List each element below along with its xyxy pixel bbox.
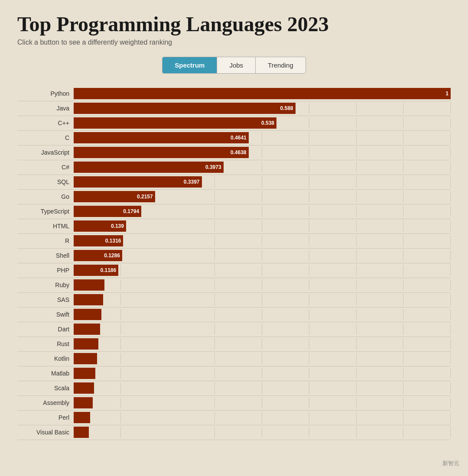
tab-trending[interactable]: Trending (256, 57, 306, 73)
chart-row: Swift (17, 308, 451, 322)
bar-value: 0.1316 (105, 238, 124, 244)
bar-container (74, 279, 451, 291)
chart-row: Dart (17, 322, 451, 337)
chart-row: Kotlin (17, 352, 451, 366)
bar: 0.4638 (74, 147, 249, 158)
bar-container (74, 427, 451, 438)
bar-container: 0.3397 (74, 176, 451, 188)
bar (74, 338, 98, 350)
bar-value: 0.139 (111, 223, 126, 229)
bar: 1 (74, 88, 451, 99)
bar-value: 0.588 (280, 105, 296, 111)
lang-label: Java (17, 105, 74, 112)
bar-container (74, 309, 451, 320)
chart-row: C#0.3973 (17, 160, 451, 175)
bar-value: 0.1794 (123, 208, 141, 214)
lang-label: Ruby (17, 282, 74, 288)
chart-row: Scala (17, 381, 451, 396)
bar (74, 427, 89, 438)
lang-label: Python (17, 90, 74, 97)
chart-row: TypeScript0.1794 (17, 204, 451, 219)
bar-container: 0.588 (74, 103, 451, 114)
bar-container (74, 353, 451, 364)
lang-label: Go (17, 193, 74, 200)
bar-container: 0.4641 (74, 132, 451, 143)
lang-label: C# (17, 164, 74, 171)
bar-value: 0.4641 (231, 135, 249, 141)
lang-label: Visual Basic (17, 429, 74, 436)
tab-container: SpectrumJobsTrending (162, 57, 306, 74)
bar-value: 0.1286 (104, 253, 122, 259)
bar-value: 0.3397 (184, 179, 202, 185)
chart-row: Python1 (17, 87, 451, 101)
bar (74, 294, 103, 305)
chart-row: Shell0.1286 (17, 249, 451, 263)
bar-value: 0.538 (261, 120, 276, 126)
lang-label: HTML (17, 223, 74, 230)
lang-label: SQL (17, 178, 74, 185)
bar-container: 0.2157 (74, 191, 451, 202)
bar-container (74, 397, 451, 408)
chart-row: Matlab (17, 366, 451, 381)
bar: 0.1794 (74, 206, 141, 217)
bar (74, 324, 100, 335)
lang-label: SAS (17, 296, 74, 303)
chart-row: HTML0.139 (17, 219, 451, 234)
lang-label: Assembly (17, 399, 74, 406)
bar-container: 0.1794 (74, 206, 451, 217)
bar (74, 397, 93, 408)
bar: 0.4641 (74, 132, 249, 143)
chart-row: Visual Basic (17, 425, 451, 440)
bar-container: 0.1186 (74, 265, 451, 276)
bar-container (74, 382, 451, 394)
chart-row: SQL0.3397 (17, 175, 451, 190)
bar-container (74, 294, 451, 305)
chart-row: Perl (17, 411, 451, 425)
lang-label: Dart (17, 326, 74, 333)
bar-container (74, 338, 451, 350)
bar-value: 0.1186 (100, 267, 118, 273)
bar (74, 279, 104, 291)
page-subtitle: Click a button to see a differently weig… (17, 39, 451, 46)
chart-row: PHP0.1186 (17, 263, 451, 278)
bar-container: 0.1316 (74, 235, 451, 246)
bar: 0.3397 (74, 176, 202, 188)
bar-value: 1 (445, 91, 451, 97)
chart-area: Python1Java0.588C++0.538C0.4641JavaScrip… (17, 87, 451, 440)
bar-container: 0.4638 (74, 147, 451, 158)
bar (74, 309, 101, 320)
bar (74, 368, 95, 379)
bar: 0.1186 (74, 265, 118, 276)
bar-container: 0.139 (74, 220, 451, 232)
chart-row: Java0.588 (17, 101, 451, 116)
lang-label: Perl (17, 414, 74, 421)
page-title: Top Programming Languages 2023 (17, 13, 451, 36)
tab-spectrum[interactable]: Spectrum (162, 57, 217, 73)
chart-row: JavaScript0.4638 (17, 146, 451, 160)
bar (74, 412, 90, 423)
chart-row: C++0.538 (17, 116, 451, 131)
bar: 0.1316 (74, 235, 123, 246)
bar (74, 353, 97, 364)
bar: 0.2157 (74, 191, 155, 202)
chart-row: Assembly (17, 396, 451, 411)
bar: 0.1286 (74, 250, 122, 261)
chart-row: R0.1316 (17, 234, 451, 249)
lang-label: TypeScript (17, 208, 74, 215)
lang-label: Scala (17, 385, 74, 392)
bar: 0.588 (74, 103, 296, 114)
bar: 0.139 (74, 220, 126, 232)
lang-label: Rust (17, 340, 74, 347)
tab-group: SpectrumJobsTrending (17, 57, 451, 74)
tab-jobs[interactable]: Jobs (217, 57, 256, 73)
lang-label: C (17, 134, 74, 141)
lang-label: PHP (17, 267, 74, 274)
bar: 0.3973 (74, 162, 224, 173)
bar-container (74, 368, 451, 379)
chart-row: SAS (17, 293, 451, 308)
chart-row: Go0.2157 (17, 190, 451, 204)
bar-container: 0.538 (74, 117, 451, 129)
lang-label: Kotlin (17, 355, 74, 362)
chart-row: Ruby (17, 278, 451, 293)
bar-container: 0.1286 (74, 250, 451, 261)
